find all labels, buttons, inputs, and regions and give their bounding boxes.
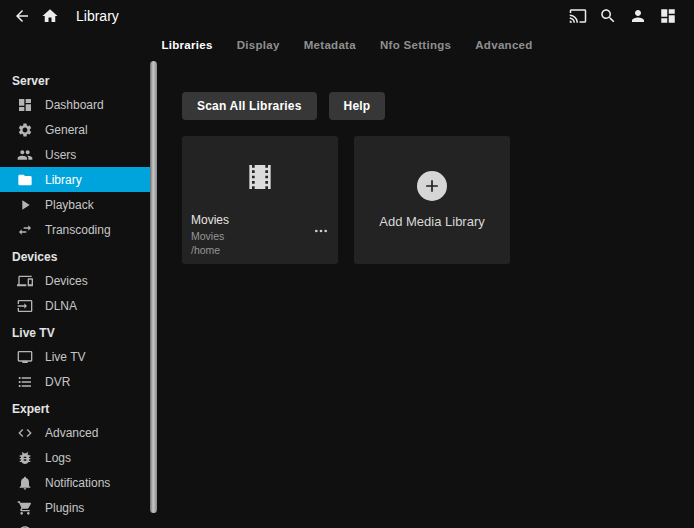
tab-advanced[interactable]: Advanced (475, 37, 532, 53)
code-icon (17, 425, 45, 441)
sidebar: Server Dashboard General Users Library (0, 58, 158, 528)
cast-icon (569, 7, 587, 25)
sidebar-item-dvr[interactable]: DVR (0, 369, 150, 394)
tv-icon (17, 349, 45, 365)
sidebar-item-label: DLNA (45, 299, 77, 313)
tab-libraries[interactable]: Libraries (161, 37, 212, 53)
sidebar-item-library[interactable]: Library (0, 167, 150, 192)
library-card-more-button[interactable] (310, 222, 332, 240)
user-button[interactable] (624, 2, 652, 30)
library-card-movies[interactable]: Movies Movies /home (182, 136, 338, 264)
sidebar-scrollbar[interactable] (150, 58, 158, 528)
sidebar-item-label: Live TV (45, 350, 85, 364)
clock-icon (17, 525, 45, 528)
library-card-title: Movies (191, 213, 329, 227)
sidebar-item-label: Advanced (45, 426, 98, 440)
sidebar-section-devices: Devices (0, 242, 150, 268)
tab-nfo-settings[interactable]: Nfo Settings (380, 37, 451, 53)
add-media-library-label: Add Media Library (379, 214, 485, 229)
sidebar-item-label: Devices (45, 274, 88, 288)
dashboard-menu-button[interactable] (654, 2, 682, 30)
film-strip-icon (244, 161, 276, 193)
sidebar-section-server: Server (0, 62, 150, 92)
sidebar-item-general[interactable]: General (0, 117, 150, 142)
top-bar: Library (0, 0, 694, 32)
devices-icon (17, 273, 45, 289)
sidebar-item-label: Users (45, 148, 76, 162)
sidebar-item-label: Library (45, 173, 82, 187)
more-icon (313, 223, 329, 239)
bell-icon (17, 475, 45, 491)
swap-arrows-icon (17, 222, 45, 238)
scan-all-libraries-button[interactable]: Scan All Libraries (182, 92, 317, 120)
sidebar-item-dashboard[interactable]: Dashboard (0, 92, 150, 117)
search-button[interactable] (594, 2, 622, 30)
input-icon (17, 298, 45, 314)
sidebar-section-expert: Expert (0, 394, 150, 420)
sidebar-item-logs[interactable]: Logs (0, 445, 150, 470)
sidebar-section-live-tv: Live TV (0, 318, 150, 344)
sidebar-item-label: Transcoding (45, 223, 111, 237)
sidebar-item-label: Dashboard (45, 98, 104, 112)
user-icon (629, 7, 647, 25)
plus-icon (422, 176, 442, 196)
dashboard-icon (17, 97, 45, 113)
sidebar-item-label: Logs (45, 451, 71, 465)
play-icon (17, 197, 45, 213)
gear-icon (17, 122, 45, 138)
tab-metadata[interactable]: Metadata (304, 37, 356, 53)
main-content: Scan All Libraries Help Movies Movies /h… (158, 58, 694, 528)
settings-tabs: Libraries Display Metadata Nfo Settings … (0, 32, 694, 58)
sidebar-item-playback[interactable]: Playback (0, 192, 150, 217)
sidebar-item-label: Notifications (45, 476, 110, 490)
folder-icon (17, 172, 45, 188)
add-circle (417, 171, 447, 201)
add-media-library-card[interactable]: Add Media Library (354, 136, 510, 264)
sidebar-item-notifications[interactable]: Notifications (0, 470, 150, 495)
page-title: Library (76, 8, 119, 24)
sidebar-item-label: General (45, 123, 88, 137)
sidebar-item-devices[interactable]: Devices (0, 268, 150, 293)
bug-icon (17, 450, 45, 466)
help-button[interactable]: Help (329, 92, 386, 120)
list-icon (17, 374, 45, 390)
grid-icon (659, 7, 677, 25)
cast-button[interactable] (564, 2, 592, 30)
sidebar-item-users[interactable]: Users (0, 142, 150, 167)
home-button[interactable] (36, 2, 64, 30)
sidebar-item-transcoding[interactable]: Transcoding (0, 217, 150, 242)
arrow-back-icon (13, 7, 31, 25)
tab-display[interactable]: Display (237, 37, 280, 53)
sidebar-item-label: DVR (45, 375, 70, 389)
sidebar-item-label: Playback (45, 198, 94, 212)
sidebar-item-dlna[interactable]: DLNA (0, 293, 150, 318)
home-icon (41, 7, 59, 25)
library-card-type: Movies (191, 229, 329, 243)
search-icon (599, 7, 617, 25)
sidebar-item-live-tv[interactable]: Live TV (0, 344, 150, 369)
library-card-path: /home (191, 243, 329, 257)
cart-icon (17, 500, 45, 516)
users-icon (17, 147, 45, 163)
sidebar-item-scheduled-tasks[interactable]: Scheduled Tasks (0, 520, 150, 528)
sidebar-item-advanced[interactable]: Advanced (0, 420, 150, 445)
scrollbar-thumb[interactable] (150, 61, 157, 513)
sidebar-item-plugins[interactable]: Plugins (0, 495, 150, 520)
back-button[interactable] (8, 2, 36, 30)
sidebar-item-label: Plugins (45, 501, 84, 515)
